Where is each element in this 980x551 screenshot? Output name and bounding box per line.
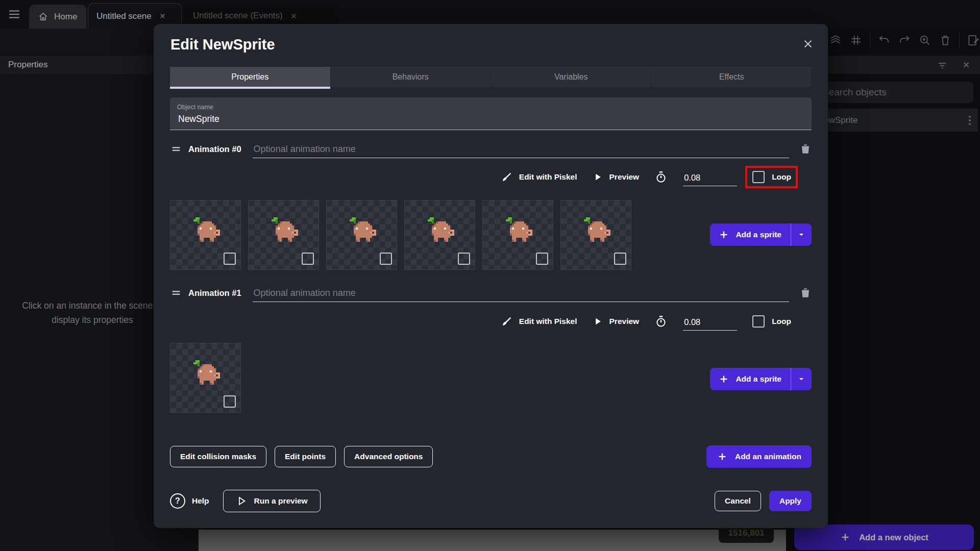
pig-sprite-image [191, 360, 220, 387]
brush-icon [501, 171, 512, 183]
run-preview-button[interactable]: Run a preview [223, 490, 321, 512]
animation-0-name-input[interactable] [253, 140, 791, 159]
edit-points-button[interactable]: Edit points [275, 446, 336, 467]
animation-0-name-field [253, 140, 789, 158]
pig-sprite-image [504, 217, 532, 244]
drag-handle-icon[interactable] [170, 287, 182, 298]
tab-behaviors[interactable]: Behaviors [330, 67, 491, 87]
tab-variables[interactable]: Variables [491, 67, 651, 87]
dialog-footer: ? Help Run a preview Cancel Apply [170, 490, 812, 512]
object-name-label: Object name [177, 104, 213, 111]
loop-option: Loop [752, 315, 791, 328]
loop-checkbox[interactable] [752, 171, 765, 183]
frame-checkbox[interactable] [302, 253, 314, 265]
apply-button[interactable]: Apply [769, 491, 812, 511]
sprite-frame[interactable] [248, 200, 319, 270]
object-name-input[interactable] [177, 113, 806, 125]
dialog-tabs: Properties Behaviors Variables Effects [170, 67, 812, 87]
play-outline-icon [236, 495, 247, 507]
stopwatch-icon [654, 170, 668, 184]
advanced-options-button[interactable]: Advanced options [344, 446, 433, 467]
animation-0-tools: Edit with Piskel Preview Loop [170, 165, 802, 189]
sprite-frame[interactable] [170, 200, 241, 270]
cancel-button[interactable]: Cancel [715, 491, 761, 511]
add-sprite-button[interactable]: Add a sprite [710, 368, 812, 390]
pig-sprite-image [426, 217, 454, 244]
sprite-frame[interactable] [482, 200, 553, 270]
frame-checkbox[interactable] [458, 253, 470, 265]
plus-icon [717, 451, 728, 462]
delete-animation-icon[interactable] [799, 286, 812, 299]
sprite-actions: Edit collision masks Edit points Advance… [170, 445, 812, 468]
animation-0-title: Animation #0 [188, 144, 241, 154]
chevron-down-icon[interactable] [791, 230, 812, 240]
plus-icon [710, 229, 736, 240]
edit-with-piskel-button[interactable]: Edit with Piskel [501, 316, 577, 327]
pig-sprite-image [582, 217, 610, 244]
preview-button[interactable]: Preview [593, 316, 640, 327]
loop-option: Loop [752, 171, 791, 183]
sprite-frame[interactable] [326, 200, 397, 270]
edit-sprite-dialog: Edit NewSprite Properties Behaviors Vari… [154, 24, 828, 528]
object-name-field: Object name [170, 97, 812, 130]
loop-label: Loop [772, 172, 791, 182]
animation-0-header: Animation #0 [170, 140, 812, 158]
preview-button[interactable]: Preview [593, 172, 640, 182]
delete-animation-icon[interactable] [799, 142, 812, 156]
chevron-down-icon[interactable] [791, 374, 812, 384]
frame-checkbox[interactable] [380, 253, 392, 265]
add-sprite-button[interactable]: Add a sprite [710, 223, 812, 246]
loop-checkbox[interactable] [752, 315, 765, 328]
animation-1-frames [170, 343, 241, 413]
sprite-frame[interactable] [560, 200, 631, 270]
drag-handle-icon[interactable] [170, 143, 182, 155]
animation-0-frames [170, 200, 631, 270]
plus-icon [710, 373, 736, 385]
frame-time-input[interactable] [683, 172, 737, 186]
tab-properties[interactable]: Properties [170, 67, 330, 87]
pig-sprite-image [348, 217, 376, 244]
loop-label: Loop [772, 317, 791, 326]
dialog-title: Edit NewSprite [170, 36, 275, 53]
animation-1-header: Animation #1 [170, 284, 812, 302]
frame-time-field [683, 313, 737, 331]
animation-1-tools: Edit with Piskel Preview Loop [170, 309, 802, 334]
frame-time-field [683, 168, 737, 186]
play-icon [593, 172, 603, 182]
help-button[interactable]: ? Help [170, 493, 209, 509]
pig-sprite-image [191, 217, 220, 244]
frame-time-input[interactable] [683, 317, 737, 330]
frame-checkbox[interactable] [614, 253, 626, 265]
close-dialog-icon[interactable] [802, 38, 814, 49]
question-icon: ? [170, 493, 185, 509]
frame-checkbox[interactable] [224, 395, 236, 408]
brush-icon [501, 316, 512, 327]
add-animation-button[interactable]: Add an animation [706, 445, 812, 468]
edit-collision-masks-button[interactable]: Edit collision masks [170, 446, 266, 467]
sprite-frame[interactable] [170, 343, 241, 413]
sprite-frame[interactable] [404, 200, 475, 270]
stopwatch-icon [654, 315, 668, 328]
frame-checkbox[interactable] [536, 253, 548, 265]
edit-with-piskel-button[interactable]: Edit with Piskel [501, 171, 577, 183]
animation-1-name-input[interactable] [253, 284, 791, 303]
animation-1-title: Animation #1 [188, 288, 241, 298]
play-icon [593, 316, 603, 327]
animation-1-name-field [253, 284, 789, 302]
frame-checkbox[interactable] [224, 253, 236, 265]
pig-sprite-image [270, 217, 298, 244]
tab-effects[interactable]: Effects [651, 67, 812, 87]
